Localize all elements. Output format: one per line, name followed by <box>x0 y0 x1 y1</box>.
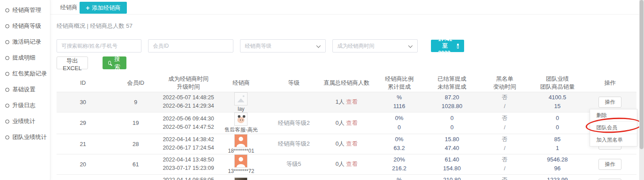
cell-level <box>267 174 320 180</box>
search-button-label: 搜索 <box>114 55 121 71</box>
action-button[interactable]: 操作 <box>598 159 621 170</box>
sidebar-item[interactable]: 提成明细 <box>0 50 50 66</box>
action-dropdown-menu: 删除 团队会员 加入黑名单 <box>590 109 637 146</box>
avatar <box>234 92 248 105</box>
table-header-cell: 团队业绩 团队商品销量 <box>531 74 583 92</box>
avatar <box>234 154 248 168</box>
table-header-cell: 等级 <box>267 74 320 92</box>
date-range-button[interactable]: 2023-08-02 17:41 至 2023-08-02 17:41 <box>431 40 464 52</box>
sidebar-item[interactable]: 业绩统计 <box>0 113 50 129</box>
cell-blacklist: 否 / <box>478 134 531 154</box>
cell-level: 等级5 <box>267 154 320 174</box>
cell-times: 2022-05-06 09:44:30 2022-05-07 14:47:52 <box>162 112 215 134</box>
sidebar-item-label: 经销商等级 <box>12 22 41 30</box>
cell-team-performance: 0 0 <box>531 112 583 134</box>
cell-settlement: 0 0 <box>426 112 478 134</box>
sidebar-item-label: 业绩统计 <box>12 117 35 125</box>
overview-summary: 经销商概况 | 经销商总人数 57 <box>57 22 133 30</box>
plus-icon: + <box>86 4 90 11</box>
cell-settlement: 15.80 47.40 <box>426 134 478 154</box>
sidebar-item-label: 红包奖励记录 <box>12 70 47 78</box>
cell-team-performance: 9546.28 96 <box>531 154 583 174</box>
cell-ratio: 20% 216.2 <box>373 154 426 174</box>
dropdown-menu-item[interactable]: 删除 <box>590 109 637 121</box>
cell-id: 29 <box>57 112 109 134</box>
table-row: 19 16 2022-04-14 08:58:05 2022-09-02 11:… <box>57 174 636 180</box>
cell-id: 20 <box>57 154 109 174</box>
magnifier-icon <box>108 61 111 65</box>
add-distributor-label: 添加经销商 <box>92 4 121 12</box>
sidebar-item[interactable]: 升级日志 <box>0 98 50 113</box>
table-row: 21 28 2022-04-14 14:38:42 2022-06-17 17:… <box>57 134 636 154</box>
vertical-scrollbar-track[interactable] <box>639 0 644 180</box>
cell-blacklist: 否 / <box>478 112 531 134</box>
table-body: 30 9 2022-05-07 14:48:25 2022-06-21 14:2… <box>57 92 636 180</box>
cell-distributor: lay <box>215 92 267 112</box>
cell-member-id: 61 <box>109 154 162 174</box>
search-button[interactable]: 搜索 <box>103 56 126 69</box>
table-header-row: ID 会员ID 成为经销商时间 升级时间 经销商 <box>57 74 636 92</box>
table-header-cell: 经销商 <box>215 74 267 92</box>
cell-team-performance: 4100.5 15 <box>531 92 583 112</box>
table-row: 20 61 2022-04-14 13:48:50 2023-07-17 15:… <box>57 154 636 174</box>
cell-level: 经销商等级2 <box>267 134 320 154</box>
cell-direct-count: 0人 查看 <box>320 134 373 154</box>
avatar <box>234 112 248 126</box>
time-type-select[interactable]: 成为经销商时间 <box>332 39 418 52</box>
table-header-cell: 操作 <box>584 74 636 92</box>
distributor-table: ID 会员ID 成为经销商时间 升级时间 经销商 <box>57 74 636 180</box>
sidebar-item-label: 激活码记录 <box>12 38 41 46</box>
cell-id: 19 <box>57 174 109 180</box>
dropdown-menu-item[interactable]: 加入黑名单 <box>590 134 637 146</box>
view-link[interactable]: 查看 <box>346 120 358 126</box>
cell-blacklist: 否 / <box>478 154 531 174</box>
cell-direct-count: 0人 查看 <box>320 174 373 180</box>
cell-ratio: 0% 63.2 <box>373 134 426 154</box>
sidebar-item[interactable]: 红包奖励记录 <box>0 66 50 82</box>
action-button[interactable]: 操作 <box>598 97 621 108</box>
view-link[interactable]: 查看 <box>346 161 358 167</box>
cell-member-id: 16 <box>109 174 162 180</box>
add-distributor-button[interactable]: + 添加经销商 <box>80 2 127 14</box>
view-link[interactable]: 查看 <box>346 140 358 147</box>
cell-level <box>267 92 320 112</box>
table-row: 29 19 2022-05-06 09:44:30 2022-05-07 14:… <box>57 112 636 134</box>
circle-outline-icon <box>5 72 9 76</box>
cell-settlement: 87.20 1028.80 <box>426 92 478 112</box>
member-id-input[interactable] <box>148 39 233 52</box>
cell-member-id: 19 <box>109 112 162 134</box>
dropdown-menu-item[interactable]: 团队会员 <box>590 121 637 134</box>
time-type-select-value: 成为经销商时间 <box>337 42 374 50</box>
keyword-search-input[interactable] <box>57 39 141 52</box>
tab-distributor[interactable]: 经销商 <box>60 0 77 15</box>
sidebar-item[interactable]: 经销商等级 <box>0 18 50 34</box>
cell-times: 2022-04-14 08:58:05 2022-09-02 11:52:52 <box>162 174 215 180</box>
view-link[interactable]: 查看 <box>346 98 358 105</box>
cell-id: 30 <box>57 92 109 112</box>
export-excel-button[interactable]: 导出 EXCEL <box>57 56 88 69</box>
table-header-cell: 成为经销商时间 升级时间 <box>162 74 215 92</box>
cell-times: 2022-05-07 14:48:25 2022-06-21 14:29:34 <box>162 92 215 112</box>
cell-team-performance: 85 1 <box>531 134 583 154</box>
sidebar-item[interactable]: 经销商管理 <box>0 2 50 18</box>
sidebar-item[interactable]: 激活码记录 <box>0 34 50 50</box>
vertical-scrollbar-thumb[interactable] <box>640 0 644 149</box>
tab-bar: 经销商 + 添加经销商 <box>50 0 639 15</box>
cell-action: 操作 <box>584 174 636 180</box>
cell-blacklist: 否 / <box>478 92 531 112</box>
table-header-cell: 已结算提成 未结算提成 <box>426 74 478 92</box>
sidebar-item[interactable]: 基础设置 <box>0 82 50 98</box>
cell-times: 2022-04-14 14:38:42 2022-06-17 17:24:54 <box>162 134 215 154</box>
level-select[interactable]: 经销商等级 <box>240 39 326 52</box>
table-header-cell: ID <box>57 74 109 92</box>
circle-outline-icon <box>5 24 9 28</box>
chevron-down-icon <box>408 44 413 48</box>
avatar <box>234 134 248 147</box>
sidebar-item[interactable]: 团队业绩统计 <box>0 129 50 145</box>
cell-team-performance: 1223.99 4 <box>531 174 583 180</box>
cell-member-id: 28 <box>109 134 162 154</box>
cell-blacklist: 否 / <box>478 174 531 180</box>
cell-settlement: 210.80 4113.83 <box>426 174 478 180</box>
chevron-down-icon <box>316 44 321 48</box>
cell-ratio: % 1116 <box>373 92 426 112</box>
